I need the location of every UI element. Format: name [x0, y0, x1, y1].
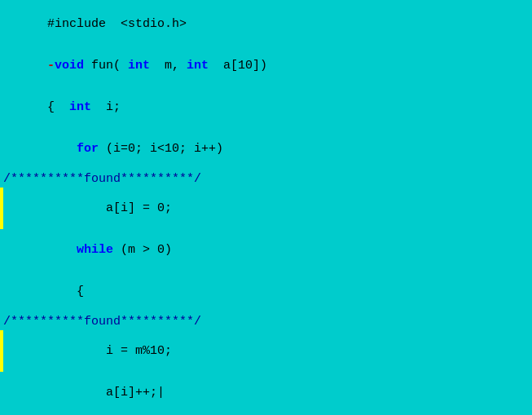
keyword-int: int: [128, 59, 150, 73]
code-line-6: a[i] = 0;: [0, 188, 532, 229]
code-line-9: /**********found**********/: [0, 312, 532, 330]
code-text: fun(: [84, 59, 128, 73]
code-text: a[10]): [209, 59, 267, 73]
found-comment-1: /**********found**********/: [3, 172, 201, 186]
code-line-1: #include <stdio.h>: [0, 3, 532, 45]
found-comment-2: /**********found**********/: [3, 315, 201, 329]
code-line-7: while (m > 0): [0, 229, 532, 271]
keyword-for: for: [77, 142, 99, 156]
keyword-int3: int: [69, 100, 91, 114]
code-text: a[i] = 0;: [47, 201, 172, 215]
keyword-void: void: [55, 59, 84, 73]
code-text: [47, 142, 77, 156]
code-line-2: -void fun( int m, int a[10]): [0, 45, 532, 86]
minus-prefix: -: [47, 59, 55, 73]
keyword-int2: int: [187, 59, 209, 73]
code-text: i = m%10;: [47, 344, 172, 358]
code-line-3: { int i;: [0, 86, 532, 128]
keyword-while: while: [77, 243, 113, 257]
code-line-8: {: [0, 271, 532, 312]
code-text: [47, 243, 77, 257]
code-editor: #include <stdio.h> -void fun( int m, int…: [0, 0, 532, 415]
yellow-indicator-2: [0, 330, 3, 372]
code-text: {: [47, 285, 84, 298]
code-text: i;: [91, 100, 121, 114]
code-line-5: /**********found**********/: [0, 170, 532, 188]
yellow-indicator-1: [0, 188, 3, 229]
code-line-11: a[i]++;|: [0, 372, 532, 413]
code-text: m,: [150, 59, 187, 73]
code-text: {: [47, 100, 69, 114]
code-text: #include <stdio.h>: [47, 17, 187, 31]
code-text: (i=0; i<10; i++): [99, 142, 223, 156]
code-line-10: i = m%10;: [0, 330, 532, 372]
code-text: (m > 0): [113, 243, 172, 257]
code-text: a[i]++;|: [47, 386, 165, 400]
code-line-4: for (i=0; i<10; i++): [0, 128, 532, 170]
